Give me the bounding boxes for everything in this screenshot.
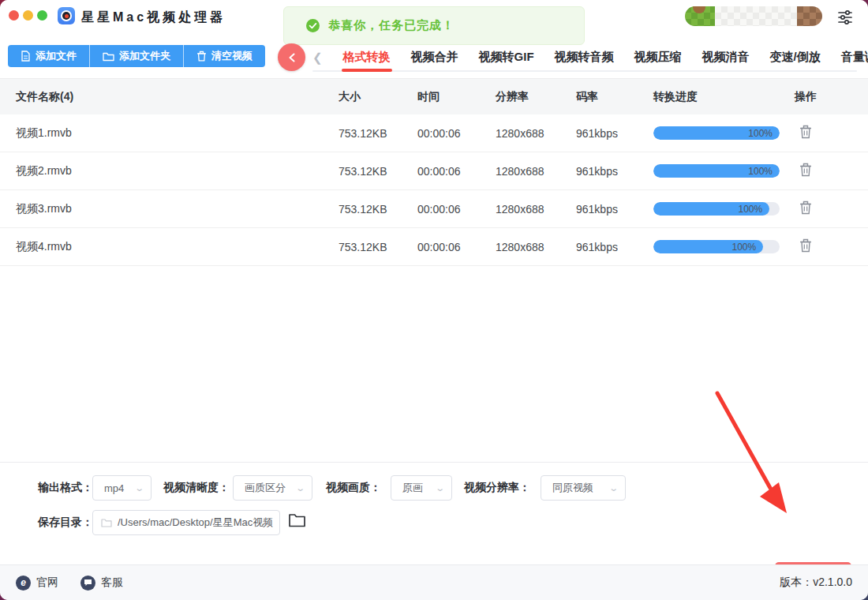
progress-label: 100% [738, 204, 762, 215]
col-resolution: 分辨率 [496, 90, 576, 104]
success-toast: 恭喜你，任务已完成！ [283, 6, 585, 45]
progress-bar: 100% [653, 240, 780, 253]
clear-videos-label: 清空视频 [211, 49, 253, 63]
progress-label: 100% [748, 128, 773, 139]
app-title: 星星Mac视频处理器 [81, 9, 226, 26]
customer-service-link[interactable]: 客服 [80, 576, 123, 591]
action-cell [795, 238, 868, 255]
chevron-down-icon: ⌄ [295, 483, 305, 493]
table-body: 视频1.rmvb753.12KB00:00:061280x688961kbps1… [0, 114, 868, 266]
delete-row-button[interactable] [797, 125, 814, 141]
file-name: 视频2.rmvb [16, 164, 339, 178]
version-text: 版本：v2.1.0.0 [780, 576, 852, 590]
trash-icon [799, 163, 812, 177]
save-dir-label: 保存目录： [38, 516, 93, 530]
progress-label: 100% [748, 166, 773, 177]
delete-row-button[interactable] [797, 201, 814, 217]
file-bitrate: 961kbps [576, 165, 653, 178]
official-site-link[interactable]: e 官网 [16, 576, 58, 591]
username-redacted [715, 6, 797, 26]
close-window-button[interactable] [9, 10, 19, 21]
add-folder-label: 添加文件夹 [119, 49, 170, 63]
browse-folder-button[interactable] [288, 512, 307, 531]
app-window: 星星Mac视频处理器 恭喜你，任务已完成！ [0, 0, 868, 600]
tab-video-to-audio[interactable]: 视频转音频 [555, 43, 614, 72]
col-bitrate: 码率 [576, 90, 653, 104]
delete-row-button[interactable] [797, 163, 814, 179]
clear-trash-icon [196, 51, 207, 62]
file-size: 753.12KB [339, 165, 417, 178]
feature-tabbar: ❮ 格式转换 视频合并 视频转GIF 视频转音频 视频压缩 视频消音 变速/倒放… [312, 43, 857, 72]
tab-format-convert[interactable]: 格式转换 [343, 43, 391, 72]
progress-fill: 100% [653, 202, 769, 216]
resolution-label: 视频分辨率： [464, 481, 530, 495]
progress-fill: 100% [653, 126, 780, 140]
clarity-select[interactable]: 画质区分 ⌄ [233, 475, 312, 501]
quality-select[interactable]: 原画 ⌄ [391, 475, 452, 501]
resolution-value: 同原视频 [552, 481, 593, 495]
output-format-select[interactable]: mp4 ⌄ [92, 475, 152, 501]
tab-video-to-gif[interactable]: 视频转GIF [479, 43, 534, 72]
file-size: 753.12KB [339, 241, 417, 253]
tabs-scroll-back-button[interactable] [278, 43, 305, 71]
tab-video-compress[interactable]: 视频压缩 [634, 43, 682, 72]
file-time: 00:00:06 [417, 165, 496, 178]
file-name: 视频4.rmvb [16, 240, 339, 254]
add-file-label: 添加文件 [36, 49, 77, 63]
user-badge-redacted [797, 6, 822, 26]
col-size: 大小 [339, 90, 417, 104]
file-name: 视频1.rmvb [16, 126, 339, 141]
table-row: 视频4.rmvb753.12KB00:00:061280x688961kbps1… [0, 228, 868, 266]
tab-video-mute[interactable]: 视频消音 [702, 43, 750, 72]
progress-bar: 100% [653, 126, 780, 140]
delete-row-button[interactable] [797, 238, 814, 255]
progress-fill: 100% [653, 164, 780, 178]
tab-video-merge[interactable]: 视频合并 [411, 43, 458, 72]
chevron-down-icon: ⌄ [435, 483, 445, 493]
tab-volume-adjust[interactable]: 音量调整 [841, 43, 868, 72]
table-header-row: 文件名称(4) 大小 时间 分辨率 码率 转换进度 操作 [0, 78, 868, 114]
zoom-window-button[interactable] [37, 10, 47, 21]
file-resolution: 1280x688 [496, 203, 576, 216]
settings-sliders-icon[interactable] [836, 8, 854, 28]
add-file-icon [21, 51, 31, 62]
user-account-blurred[interactable] [685, 6, 822, 26]
action-cell [795, 163, 868, 179]
chat-bubble-icon [80, 576, 95, 591]
file-bitrate: 961kbps [576, 127, 653, 140]
folder-icon [101, 518, 112, 527]
globe-e-icon: e [16, 576, 31, 591]
resolution-select[interactable]: 同原视频 ⌄ [541, 475, 626, 501]
file-size: 753.12KB [339, 203, 417, 216]
avatar [685, 6, 715, 26]
file-time: 00:00:06 [417, 241, 496, 253]
col-filename: 文件名称(4) [16, 90, 339, 104]
file-resolution: 1280x688 [496, 127, 576, 140]
add-file-button[interactable]: 添加文件 [8, 45, 90, 67]
progress-bar: 100% [653, 202, 780, 216]
col-action: 操作 [795, 90, 868, 104]
folder-open-icon [288, 512, 307, 528]
table-row: 视频3.rmvb753.12KB00:00:061280x688961kbps1… [0, 190, 868, 228]
tab-speed-reverse[interactable]: 变速/倒放 [770, 43, 821, 72]
action-cell [795, 125, 868, 141]
toolbar: 添加文件 添加文件夹 清空视频 [8, 45, 265, 67]
progress-fill: 100% [653, 240, 763, 253]
col-time: 时间 [417, 90, 496, 104]
chevron-down-icon: ⌄ [134, 483, 144, 493]
add-folder-icon [103, 51, 114, 62]
minimize-window-button[interactable] [23, 10, 33, 21]
footer: e 官网 客服 版本：v2.1.0.0 [0, 564, 868, 600]
progress-bar: 100% [653, 164, 780, 178]
settings-panel: 输出格式： mp4 ⌄ 视频清晰度： 画质区分 ⌄ 视频画质： 原画 ⌄ 视频分… [0, 462, 868, 564]
save-dir-value: /Users/mac/Desktop/星星Mac视频 [118, 516, 273, 530]
file-resolution: 1280x688 [496, 241, 576, 253]
save-dir-input[interactable]: /Users/mac/Desktop/星星Mac视频 [92, 510, 280, 535]
file-table: 文件名称(4) 大小 时间 分辨率 码率 转换进度 操作 视频1.rmvb753… [0, 78, 868, 266]
tabs-prev-icon[interactable]: ❮ [312, 51, 323, 65]
clear-videos-button[interactable]: 清空视频 [184, 45, 265, 67]
trash-icon [799, 125, 812, 139]
add-folder-button[interactable]: 添加文件夹 [90, 45, 184, 67]
chevron-down-icon: ⌄ [608, 483, 619, 493]
file-name: 视频3.rmvb [16, 202, 339, 216]
